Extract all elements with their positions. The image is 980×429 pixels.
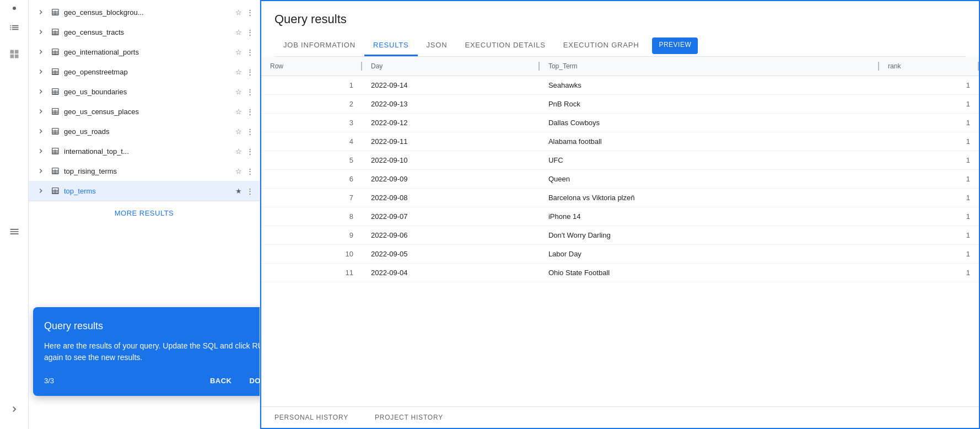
sidebar-item-geo_openstreetmap[interactable]: geo_openstreetmap ☆ ⋮ [29,62,260,82]
sidebar-item-label: geo_census_tracts [64,28,233,36]
col-header-day[interactable]: Day [362,57,540,76]
cell-day: 2022-09-12 [362,114,540,132]
sidebar-item-label: top_terms [64,187,233,195]
cell-rank: 1 [879,245,979,264]
cell-day: 2022-09-14 [362,76,540,95]
cell-day: 2022-09-13 [362,95,540,114]
sidebar-item-geo_us_boundaries[interactable]: geo_us_boundaries ☆ ⋮ [29,82,260,101]
more-options-icon[interactable]: ⋮ [244,126,255,137]
tab-job-information[interactable]: JOB INFORMATION [274,35,364,56]
tab-preview[interactable]: PREVIEW [652,37,698,54]
cell-top_term: UFC [540,151,879,170]
table-row: 42022-09-11Alabama football1 [261,132,979,151]
tab-execution-graph[interactable]: EXECUTION GRAPH [554,35,648,56]
sidebar-item-geo_us_census_places[interactable]: geo_us_census_places ☆ ⋮ [29,101,260,121]
tab-results[interactable]: RESULTS [364,35,418,56]
chart-icon[interactable] [6,19,23,36]
star-icon[interactable]: ☆ [233,126,244,137]
star-icon[interactable]: ☆ [233,26,244,37]
sidebar-item-label: geo_openstreetmap [64,68,233,76]
more-options-icon[interactable]: ⋮ [244,66,255,77]
more-options-icon[interactable]: ⋮ [244,146,255,157]
table-icon [50,66,61,77]
table-row: 22022-09-13PnB Rock1 [261,95,979,114]
more-options-icon[interactable]: ⋮ [244,165,255,176]
table-icon [50,26,61,37]
grid-icon[interactable] [6,45,23,63]
tooltip-done-button[interactable]: DONE [245,374,260,387]
sidebar-item-top_rising_terms[interactable]: top_rising_terms ☆ ⋮ [29,161,260,181]
sidebar-item-label: international_top_t... [64,147,233,155]
star-icon[interactable]: ☆ [233,66,244,77]
more-options-icon[interactable]: ⋮ [244,7,255,18]
expand-row-icon [35,7,46,18]
cell-day: 2022-09-09 [362,170,540,189]
table-icon [50,146,61,157]
sidebar-item-international_top_t[interactable]: international_top_t... ☆ ⋮ [29,141,260,161]
more-results-button[interactable]: MORE RESULTS [29,201,260,225]
cell-day: 2022-09-10 [362,151,540,170]
sidebar-item-label: geo_us_roads [64,127,233,136]
expand-row-icon [35,66,46,77]
table-row: 62022-09-09Queen1 [261,170,979,189]
sidebar-item-label: geo_international_ports [64,48,233,56]
more-options-icon[interactable]: ⋮ [244,26,255,37]
cell-rank: 1 [879,114,979,132]
more-options-icon[interactable]: ⋮ [244,185,255,196]
star-icon[interactable]: ☆ [233,106,244,117]
personal-history-tab[interactable]: PERSONAL HISTORY [261,407,362,428]
table-row: 112022-09-04Ohio State Football1 [261,264,979,282]
col-header-rank[interactable]: rank [879,57,979,76]
query-results-header: Query results JOB INFORMATIONRESULTSJSON… [261,1,979,57]
table-row: 32022-09-12Dallas Cowboys1 [261,114,979,132]
more-options-icon[interactable]: ⋮ [244,46,255,57]
resize-handle-rank[interactable] [978,62,979,71]
cell-day: 2022-09-08 [362,189,540,207]
cell-top_term: iPhone 14 [540,207,879,226]
icon-bar [0,0,29,429]
project-history-tab[interactable]: PROJECT HISTORY [362,407,456,428]
star-icon[interactable]: ☆ [233,7,244,18]
cell-top_term: PnB Rock [540,95,879,114]
table-row: 102022-09-05Labor Day1 [261,245,979,264]
table-icon [50,7,61,18]
list-icon[interactable] [6,223,23,240]
sidebar-item-top_terms[interactable]: top_terms ★ ⋮ [29,181,260,201]
col-header-top_term[interactable]: Top_Term [540,57,879,76]
cell-top_term: Ohio State Football [540,264,879,282]
more-options-icon[interactable]: ⋮ [244,106,255,117]
sidebar-item-geo_international_ports[interactable]: geo_international_ports ☆ ⋮ [29,42,260,62]
cell-rank: 1 [879,264,979,282]
tooltip-back-button[interactable]: BACK [206,374,236,387]
bottom-tabs: PERSONAL HISTORY PROJECT HISTORY [261,406,979,428]
expand-row-icon [35,165,46,176]
expand-row-icon [35,126,46,137]
col-header-row[interactable]: Row [261,57,362,76]
cell-rank: 1 [879,189,979,207]
cell-row: 2 [261,95,362,114]
cell-row: 7 [261,189,362,207]
star-icon[interactable]: ☆ [233,86,244,97]
star-icon[interactable]: ☆ [233,146,244,157]
cell-row: 9 [261,226,362,245]
dot-icon [13,7,16,10]
table-icon [50,46,61,57]
expand-icon[interactable] [6,400,23,418]
tab-execution-details[interactable]: EXECUTION DETAILS [456,35,554,56]
table-icon [50,165,61,176]
cell-rank: 1 [879,207,979,226]
cell-rank: 1 [879,95,979,114]
star-icon[interactable]: ☆ [233,46,244,57]
tab-json[interactable]: JSON [418,35,456,56]
star-icon[interactable]: ☆ [233,165,244,176]
sidebar-item-geo_census_tracts[interactable]: geo_census_tracts ☆ ⋮ [29,22,260,42]
star-icon[interactable]: ★ [233,185,244,196]
cell-row: 11 [261,264,362,282]
sidebar-item-label: geo_us_census_places [64,108,233,116]
sidebar-item-geo_census_blockgrou[interactable]: geo_census_blockgrou... ☆ ⋮ [29,2,260,22]
sidebar-item-geo_us_roads[interactable]: geo_us_roads ☆ ⋮ [29,121,260,141]
results-table-wrap[interactable]: RowDayTop_Termrank 12022-09-14Seahawks12… [261,57,979,406]
cell-row: 10 [261,245,362,264]
tooltip-header: Query results × [44,318,260,334]
more-options-icon[interactable]: ⋮ [244,86,255,97]
